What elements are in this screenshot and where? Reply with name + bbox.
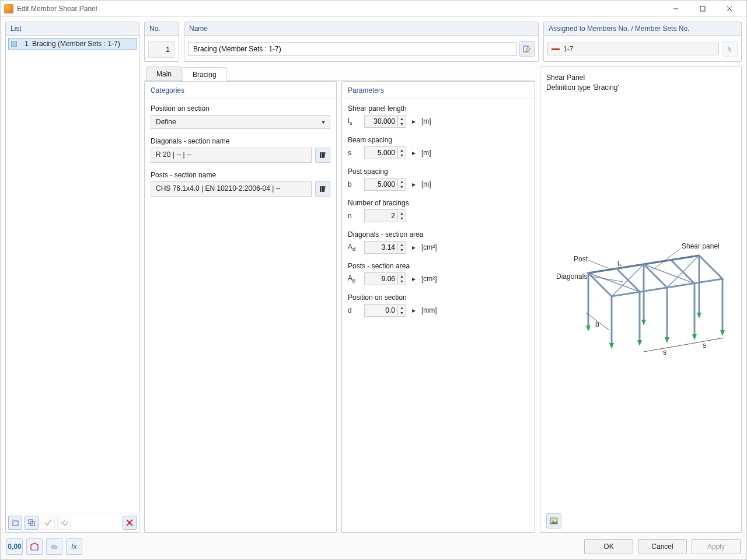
list-item[interactable]: 1 Bracing (Member Sets : 1-7) <box>8 38 137 50</box>
param-input[interactable] <box>365 242 397 253</box>
step-up-icon[interactable]: ▲ <box>397 305 406 310</box>
apply-button[interactable]: Apply <box>692 539 741 554</box>
diagram-label-shear: Shear panel <box>682 242 720 250</box>
expand-icon[interactable]: ▸ <box>411 275 417 283</box>
units-button[interactable]: 0,00 <box>6 538 23 555</box>
bracing-diagram: Shear panel Post Diagonals lₛ b s s <box>553 238 728 366</box>
step-up-icon[interactable]: ▲ <box>397 179 406 184</box>
load-button[interactable] <box>46 538 62 555</box>
no-value: 1 <box>148 41 175 58</box>
new-item-button[interactable] <box>8 516 22 530</box>
assigned-value-box[interactable]: 1-7 <box>547 43 719 55</box>
edit-name-button[interactable] <box>519 41 535 57</box>
param-input[interactable] <box>365 210 397 222</box>
expand-icon[interactable]: ▸ <box>411 180 417 188</box>
step-down-icon[interactable]: ▼ <box>397 184 406 190</box>
tab-main[interactable]: Main <box>146 66 181 80</box>
param-stepper[interactable]: ▲▼ <box>364 272 406 285</box>
check-button[interactable] <box>41 516 55 530</box>
checkall-button[interactable] <box>57 516 71 530</box>
param-input[interactable] <box>365 304 397 316</box>
param-symbol: n <box>348 212 359 220</box>
cancel-button[interactable]: Cancel <box>638 539 687 554</box>
step-down-icon[interactable]: ▼ <box>397 247 406 253</box>
assigned-value: 1-7 <box>563 45 573 53</box>
expand-icon[interactable]: ▸ <box>411 149 417 157</box>
param-unit: [cm²] <box>421 243 437 251</box>
param-stepper[interactable]: ▲▼ <box>364 115 406 128</box>
step-up-icon[interactable]: ▲ <box>397 274 406 279</box>
diagonals-value[interactable]: R 20 | -- | -- <box>151 148 312 163</box>
position-select[interactable]: Define ▾ <box>151 115 330 129</box>
posts-label: Posts - section name <box>151 171 330 179</box>
param-group: Beam spacings▲▼▸[m] <box>348 136 529 159</box>
check-multi-icon <box>60 519 68 527</box>
parameters-header: Parameters <box>342 82 535 99</box>
fx-button[interactable]: fx <box>66 538 82 555</box>
param-stepper[interactable]: ▲▼ <box>364 178 406 191</box>
tabs: Main Bracing <box>144 66 535 81</box>
name-field: Name <box>184 22 539 62</box>
close-icon <box>126 519 133 526</box>
app-icon <box>4 4 13 13</box>
step-down-icon[interactable]: ▼ <box>397 153 406 158</box>
param-symbol: Ap <box>348 274 359 284</box>
expand-icon[interactable]: ▸ <box>411 306 417 314</box>
maximize-button[interactable] <box>689 1 716 17</box>
param-input[interactable] <box>365 178 397 190</box>
param-label: Beam spacing <box>348 136 529 144</box>
position-label: Position on section <box>151 104 330 113</box>
param-stepper[interactable]: ▲▼ <box>364 304 406 317</box>
diagonals-library-button[interactable] <box>315 148 330 163</box>
step-down-icon[interactable]: ▼ <box>397 121 406 127</box>
param-input[interactable] <box>365 273 397 285</box>
step-down-icon[interactable]: ▼ <box>397 279 406 284</box>
param-stepper[interactable]: ▲▼ <box>364 241 406 254</box>
close-button[interactable] <box>716 1 743 17</box>
svg-rect-4 <box>13 521 18 526</box>
param-group: Number of bracingsn▲▼ <box>348 199 529 222</box>
copy-item-button[interactable] <box>25 516 39 530</box>
copy-icon <box>27 519 36 527</box>
delete-button[interactable] <box>123 516 137 530</box>
svg-rect-13 <box>320 186 322 192</box>
param-stepper[interactable]: ▲▼ <box>364 146 406 159</box>
name-input[interactable] <box>188 42 517 56</box>
library-icon <box>319 185 327 193</box>
diagram-label-diag: Diagonals <box>556 272 587 281</box>
svg-marker-38 <box>637 340 642 346</box>
tab-bracing[interactable]: Bracing <box>183 67 226 81</box>
svg-rect-10 <box>320 152 322 158</box>
svg-marker-33 <box>609 343 614 349</box>
param-group: Diagonals - section areaAd▲▼▸[cm²] <box>348 230 529 254</box>
chevron-down-icon: ▾ <box>322 118 325 126</box>
param-input[interactable] <box>365 116 397 127</box>
model-button[interactable] <box>26 538 43 555</box>
list-header: List <box>6 22 139 36</box>
step-up-icon[interactable]: ▲ <box>397 148 406 153</box>
param-input[interactable] <box>365 147 397 159</box>
svg-marker-32 <box>586 326 591 331</box>
position-value: Define <box>156 118 176 126</box>
posts-value[interactable]: CHS 76.1x4.0 | EN 10210-2:2006-04 | -- <box>151 181 312 197</box>
step-down-icon[interactable]: ▼ <box>397 216 406 221</box>
expand-icon[interactable]: ▸ <box>411 117 417 125</box>
diagram-settings-button[interactable] <box>546 513 561 528</box>
diagram-label-s2: s <box>703 341 706 349</box>
list-item-id: 1 <box>20 40 29 48</box>
svg-line-44 <box>588 260 613 270</box>
library-icon <box>319 151 327 159</box>
posts-library-button[interactable] <box>315 181 330 197</box>
expand-icon[interactable]: ▸ <box>411 243 417 251</box>
param-label: Post spacing <box>348 167 529 176</box>
step-up-icon[interactable]: ▲ <box>397 242 406 247</box>
step-down-icon[interactable]: ▼ <box>397 310 406 316</box>
minimize-button[interactable] <box>662 1 689 17</box>
step-up-icon[interactable]: ▲ <box>397 211 406 216</box>
info-header: Shear Panel <box>546 73 735 83</box>
param-symbol: s <box>348 149 359 157</box>
param-stepper[interactable]: ▲▼ <box>364 209 406 222</box>
pick-members-button[interactable] <box>722 41 738 57</box>
step-up-icon[interactable]: ▲ <box>397 116 406 121</box>
ok-button[interactable]: OK <box>584 539 633 554</box>
